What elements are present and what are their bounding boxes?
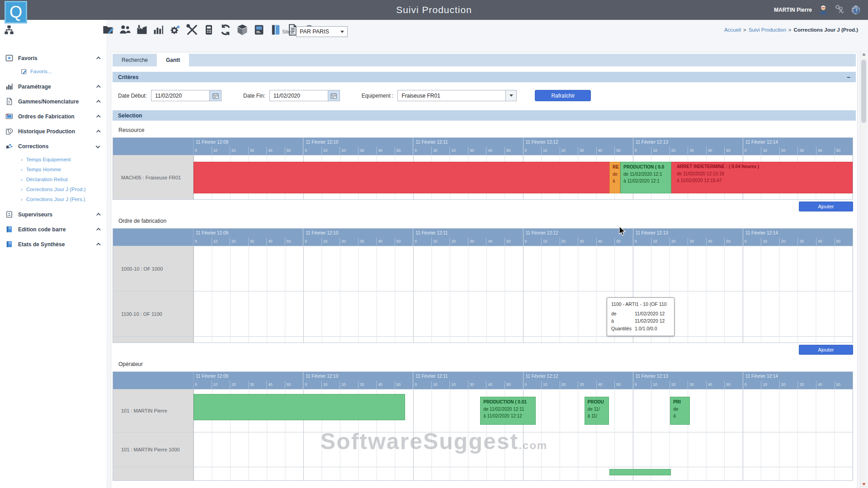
site-select-value: PAR PARIS xyxy=(300,28,329,35)
gantt-tick: 40 xyxy=(596,381,615,389)
gantt-bar-production[interactable] xyxy=(609,469,671,475)
chevron-down-icon[interactable] xyxy=(506,90,517,101)
refresh-icon[interactable] xyxy=(219,23,232,36)
arrow-down-icon xyxy=(862,483,866,486)
terminal-icon[interactable] xyxy=(253,23,265,36)
help-globe-icon[interactable]: ? xyxy=(850,4,862,16)
sidebar-item-historique-production[interactable]: Historique Production xyxy=(0,124,107,139)
equipment-select[interactable]: Fraiseuse FR01 xyxy=(397,90,506,101)
date-end-input[interactable] xyxy=(269,90,328,101)
sidebar-children: Favoris... xyxy=(0,66,107,79)
gantt-bar-production[interactable]: PRODUde 11/à 11/ xyxy=(585,397,609,425)
gantt-bar-production[interactable]: PRODUCTION ( 0.01de 11/02/2020 12:11à 11… xyxy=(480,397,535,425)
chevron-up-icon[interactable] xyxy=(96,130,101,134)
chevron-up-icon[interactable] xyxy=(96,56,101,61)
gantt-bar-production[interactable] xyxy=(193,394,405,420)
chart-icon[interactable] xyxy=(152,23,165,36)
gantt-tick: 40 xyxy=(376,147,395,155)
gantt-row-label: 101 : MARTIN Pierre xyxy=(113,389,193,432)
gantt-tick: 20 xyxy=(670,147,688,155)
gantt-timeline[interactable] xyxy=(193,467,853,480)
chevron-up-icon[interactable] xyxy=(96,213,101,217)
sidebar-item-label: Paramétrage xyxy=(18,84,96,90)
gantt-time-label: 11 Février 12:14 xyxy=(743,229,853,238)
sidebar-subitem-favoris[interactable]: Favoris... xyxy=(0,66,107,76)
gantt-time-label: 11 Février 12:14 xyxy=(743,372,853,381)
gantt-time-label: 11 Février 12:11 xyxy=(413,229,523,238)
gantt-timeline[interactable] xyxy=(193,246,853,291)
sidebar-item-superviseurs[interactable]: Superviseurs xyxy=(0,207,107,222)
gantt-timeline[interactable]: PRODUCTION ( 0.01de 11/02/2020 12:11à 11… xyxy=(193,389,853,432)
site-select[interactable]: PAR PARIS xyxy=(296,26,348,37)
scroll-down-button[interactable] xyxy=(860,481,868,488)
ajouter-button[interactable]: Ajouter xyxy=(799,202,853,211)
gantt-row xyxy=(113,336,853,343)
gears-icon[interactable] xyxy=(169,23,182,36)
ajouter-button[interactable]: Ajouter xyxy=(799,345,853,355)
tab-recherche[interactable]: Recherche xyxy=(113,54,157,66)
gantt-bar-stop-text[interactable]: ARRET INDETERMINE : ( 0.04 heures )de 11… xyxy=(674,162,851,193)
gantt-bar-production[interactable]: PRODUCTION ( 0.0de 11/02/2020 12:1à 11/0… xyxy=(620,162,671,193)
gantt-bar-setup[interactable]: REdeà xyxy=(609,162,620,193)
book-icon[interactable] xyxy=(269,23,282,36)
chevron-down-icon[interactable] xyxy=(96,144,100,149)
gantt-tick: 30 xyxy=(578,147,596,155)
scrollbar-thumb[interactable] xyxy=(861,60,866,123)
sidebar-subitem-declaration-rebut[interactable]: ›Déclaration Rebut xyxy=(0,174,107,184)
gantt-timeline[interactable]: REdeàPRODUCTION ( 0.0de 11/02/2020 12:1à… xyxy=(193,155,853,199)
gantt-tick: 20 xyxy=(340,238,358,246)
breadcrumb-item-suivi-production[interactable]: Suivi Production xyxy=(749,27,786,33)
sidebar-item-corrections[interactable]: Corrections xyxy=(0,139,107,154)
calendar-icon[interactable] xyxy=(210,90,222,101)
tab-gantt[interactable]: Gantt xyxy=(157,54,189,66)
calendar-icon[interactable] xyxy=(328,90,340,101)
sidebar-item-gammes-nomenclature[interactable]: Gammes/Nomenclature xyxy=(0,94,107,109)
sidebar-item-edition-code-barre[interactable]: Edition code barre xyxy=(0,222,107,237)
chevron-up-icon[interactable] xyxy=(96,228,101,232)
collapse-button[interactable]: − xyxy=(847,74,850,80)
chevron-up-icon[interactable] xyxy=(96,243,101,247)
scroll-up-button[interactable] xyxy=(860,51,868,58)
chevron-up-icon[interactable] xyxy=(96,85,101,89)
sidebar-item-etats-de-synthese[interactable]: Etats de Synthèse xyxy=(0,237,107,252)
sidebar-item-parametrage[interactable]: Paramétrage xyxy=(0,79,107,94)
users-icon[interactable] xyxy=(119,23,132,36)
sidebar-subitem-temps-equipement[interactable]: ›Temps Equipement xyxy=(0,155,107,164)
user-name: MARTIN Pierre xyxy=(774,7,812,13)
gantt-tick: 50 xyxy=(835,381,853,389)
sidebar-item-ordres-de-fabrication[interactable]: Ordres de Fabrication xyxy=(0,109,107,124)
criteria-title: Critères xyxy=(118,74,138,80)
chevron-up-icon[interactable] xyxy=(96,115,101,119)
gantt-time-group: 11 Février 12:0901020304050 xyxy=(193,138,303,155)
refresh-button[interactable]: Rafraîchir xyxy=(535,90,591,101)
user-avatar-icon[interactable] xyxy=(817,4,829,16)
keys-icon[interactable] xyxy=(834,4,845,16)
factory-icon[interactable] xyxy=(136,23,148,36)
sidebar-item-favoris[interactable]: Favoris xyxy=(0,51,107,66)
gantt-timeline[interactable] xyxy=(193,337,853,343)
package-icon[interactable] xyxy=(236,23,249,36)
gantt-tick: 20 xyxy=(230,238,248,246)
date-start-input[interactable] xyxy=(151,90,210,101)
gantt-section-title-operateur: Opérateur xyxy=(118,361,856,367)
sidebar-subitem-temps-homme[interactable]: ›Temps Homme xyxy=(0,164,107,174)
edit-folder-icon[interactable] xyxy=(102,23,115,36)
tools-icon[interactable] xyxy=(186,23,198,36)
gantt-time-label: 11 Février 12:13 xyxy=(633,229,743,238)
sidebar-subitem-corrections-jour-j-pers[interactable]: ›Corrections Jour J (Pers.) xyxy=(0,194,107,204)
gantt-row-label xyxy=(113,337,193,343)
breadcrumb-item-accueil[interactable]: Accueil xyxy=(724,27,741,33)
gantt-bar-text: de 11/02/2020 12:1 xyxy=(621,171,671,178)
tree-icon[interactable] xyxy=(4,24,14,35)
gantt-add-row: Ajouter xyxy=(113,202,853,211)
calculator-icon[interactable] xyxy=(203,23,215,36)
gantt-bar-production[interactable]: PRIdeà xyxy=(670,397,690,425)
vertical-scrollbar[interactable] xyxy=(860,51,867,488)
gantt-tick: 40 xyxy=(816,381,835,389)
gantt-bar-text: à 11/02/2020 12:1 xyxy=(621,178,671,185)
sidebar-subitem-corrections-jour-j-prod[interactable]: ›Corrections Jour J (Prod.) xyxy=(0,184,107,194)
chevron-up-icon[interactable] xyxy=(96,100,101,104)
gantt-timeline[interactable] xyxy=(193,291,853,336)
gantt-time-groups: 11 Février 12:090102030405011 Février 12… xyxy=(193,229,853,246)
gantt-timeline[interactable] xyxy=(193,432,853,467)
